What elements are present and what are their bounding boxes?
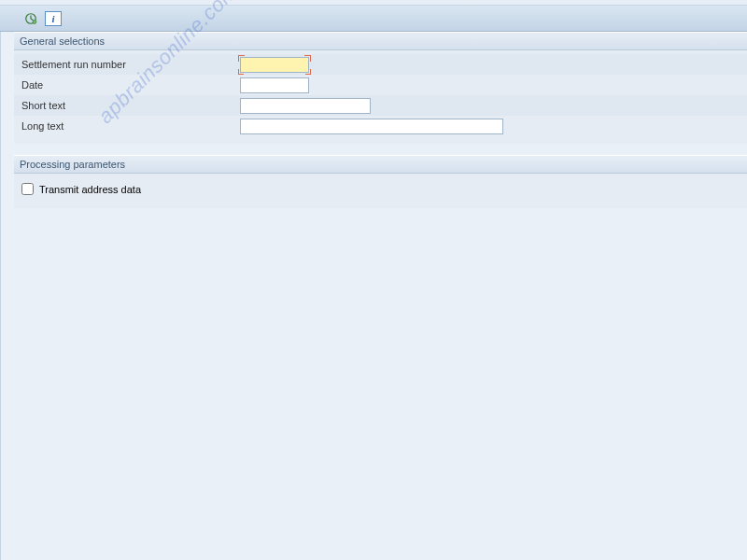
clock-execute-icon	[24, 12, 37, 25]
row-date: Date	[14, 75, 747, 95]
section-gap	[14, 144, 747, 155]
date-input[interactable]	[240, 77, 309, 93]
row-short-text: Short text	[14, 95, 747, 116]
general-selections-header: General selections	[14, 32, 747, 50]
label-short-text: Short text	[20, 100, 240, 111]
execute-icon[interactable]	[22, 10, 39, 27]
general-selections-section: General selections Settlement run number…	[14, 32, 747, 144]
label-date: Date	[20, 79, 240, 91]
main-content: General selections Settlement run number…	[0, 32, 747, 560]
row-transmit-address: Transmit address data	[14, 177, 747, 201]
label-settlement-run-number: Settlement run number	[20, 59, 240, 70]
processing-parameters-section: Processing parameters Transmit address d…	[14, 155, 747, 208]
row-long-text: Long text	[14, 116, 747, 136]
required-indicator	[240, 57, 309, 73]
label-transmit-address: Transmit address data	[39, 184, 141, 195]
info-icon[interactable]: i	[45, 11, 62, 26]
row-settlement-run-number: Settlement run number	[14, 54, 747, 75]
long-text-input[interactable]	[240, 119, 503, 134]
short-text-input[interactable]	[240, 98, 371, 114]
processing-parameters-header: Processing parameters	[14, 155, 747, 174]
svg-point-1	[33, 20, 36, 23]
application-toolbar: i	[0, 6, 747, 32]
label-long-text: Long text	[20, 120, 240, 132]
settlement-run-number-input[interactable]	[240, 57, 309, 73]
transmit-address-checkbox[interactable]	[21, 183, 34, 195]
